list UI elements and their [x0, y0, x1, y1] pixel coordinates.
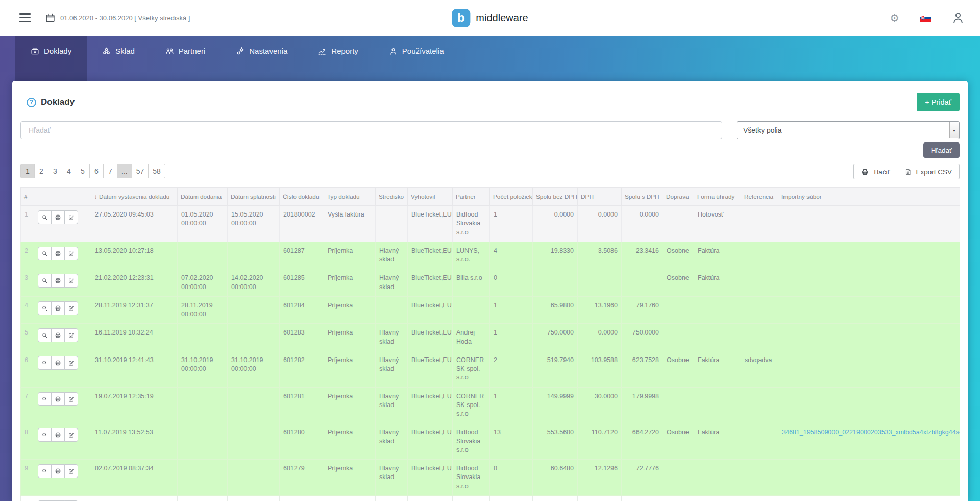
- col-vyhotovil[interactable]: Vyhotovil: [408, 188, 453, 206]
- tab-doklady[interactable]: Doklady: [15, 36, 87, 81]
- row-print-button[interactable]: [51, 274, 65, 288]
- row-print-button[interactable]: [51, 328, 65, 342]
- row-view-button[interactable]: [38, 247, 52, 260]
- cell-spolu-s-dph: 0.0000: [622, 206, 663, 242]
- pager-page-3[interactable]: 3: [48, 164, 62, 178]
- fields-select-value: Všetky polia: [743, 126, 781, 134]
- brand: b middleware: [452, 0, 528, 36]
- row-edit-button[interactable]: [64, 464, 78, 478]
- row-view-button[interactable]: [38, 392, 52, 406]
- print-icon: [55, 250, 61, 257]
- col-referencia[interactable]: Referencia: [741, 188, 778, 206]
- menu-button[interactable]: [18, 11, 32, 24]
- col-datum-splatnosti[interactable]: Dátum splatnosti: [228, 188, 280, 206]
- cell-spolu-s-dph: 72.7776: [622, 460, 663, 496]
- pager-page-1[interactable]: 1: [20, 164, 35, 178]
- cell-referencia: [741, 460, 778, 496]
- row-print-button[interactable]: [51, 210, 65, 224]
- cell-cislo-dokladu: 601279: [280, 460, 324, 496]
- fields-select[interactable]: Všetky polia ▼: [737, 121, 960, 139]
- col-dph[interactable]: DPH: [578, 188, 622, 206]
- print-button[interactable]: Tlačiť: [853, 164, 898, 179]
- row-edit-button[interactable]: [64, 274, 78, 288]
- row-edit-button[interactable]: [64, 247, 78, 260]
- table-row: 321.02.2020 12:23:3107.02.2020 00:00:001…: [21, 269, 960, 297]
- cell-doprava: [663, 460, 694, 496]
- row-edit-button[interactable]: [64, 356, 78, 370]
- search-button[interactable]: Hľadať: [923, 142, 960, 158]
- col-importny-subor[interactable]: Importný súbor: [778, 188, 960, 206]
- row-view-button[interactable]: [38, 274, 52, 288]
- col-doprava[interactable]: Doprava: [663, 188, 694, 206]
- tab-partneri[interactable]: Partneri: [150, 36, 221, 81]
- row-edit-button[interactable]: [64, 301, 78, 315]
- col-partner[interactable]: Partner: [453, 188, 490, 206]
- import-file-link[interactable]: 34681_1958509000_02219000203533_xmlbd5a4…: [782, 428, 960, 436]
- slovakia-flag-icon[interactable]: [920, 14, 931, 22]
- search-input[interactable]: [20, 121, 722, 139]
- row-view-button[interactable]: [38, 464, 52, 478]
- pager-page-5[interactable]: 5: [76, 164, 90, 178]
- cell-datum-vystavenia-dokladu: [91, 495, 178, 501]
- cell-spolu-s-dph: 664.2720: [622, 423, 663, 460]
- cell-dph: 12.1296: [578, 460, 622, 496]
- pager-page-58[interactable]: 58: [148, 164, 165, 178]
- tab-sklad[interactable]: Sklad: [87, 36, 150, 81]
- pager-page-2[interactable]: 2: [34, 164, 48, 178]
- pager-page-57[interactable]: 57: [132, 164, 149, 178]
- pager-page-7[interactable]: 7: [103, 164, 117, 178]
- edit-icon: [68, 305, 75, 312]
- view-icon: [41, 277, 48, 284]
- row-view-button[interactable]: [38, 301, 52, 315]
- row-view-button[interactable]: [38, 328, 52, 342]
- cell-datum-dodania: 31.10.2019 00:00:00: [178, 351, 228, 387]
- cell-dph: 3.5086: [578, 242, 622, 269]
- pager-page-6[interactable]: 6: [89, 164, 104, 178]
- cell-forma-uhrady: [694, 296, 741, 324]
- cell-referencia: [741, 387, 778, 423]
- col-typ-dokladu[interactable]: Typ dokladu: [324, 188, 376, 206]
- pager-page-4[interactable]: 4: [62, 164, 76, 178]
- row-view-button[interactable]: [38, 428, 52, 442]
- cell-partner: CORNER SK spol. s.r.o: [453, 387, 490, 423]
- date-range-filter[interactable]: 01.06.2020 - 30.06.2020 [ Všetky stredis…: [45, 13, 190, 23]
- col-pocet-poloziek[interactable]: Počet položiek: [490, 188, 533, 206]
- cell-stredisko: Hlavný sklad: [376, 269, 408, 297]
- tab-label: Doklady: [44, 46, 71, 55]
- row-index: 4: [21, 296, 34, 324]
- row-edit-button[interactable]: [64, 328, 78, 342]
- user-account-icon[interactable]: [951, 11, 965, 25]
- cell-spolu-s-dph: [622, 269, 663, 297]
- tab-label: Reporty: [331, 46, 358, 55]
- col-datum-dodania[interactable]: Dátum dodania: [178, 188, 228, 206]
- add-button[interactable]: + Pridať: [917, 93, 960, 111]
- tab-pouzivatelia[interactable]: Používatelia: [374, 36, 459, 81]
- print-icon: [55, 432, 61, 438]
- cell-spolu-s-dph: 179.9998: [622, 387, 663, 423]
- tab-reporty[interactable]: Reporty: [303, 36, 374, 81]
- col-datum-vystavenia-dokladu[interactable]: ↓Dátum vystavenia dokladu: [91, 188, 178, 206]
- row-view-button[interactable]: [38, 210, 52, 224]
- col-stredisko[interactable]: Stredisko: [376, 188, 408, 206]
- cell-stredisko: [376, 495, 408, 501]
- partners-icon: [165, 47, 174, 56]
- row-print-button[interactable]: [51, 428, 65, 442]
- row-edit-button[interactable]: [64, 392, 78, 406]
- cell-vyhotovil: BlueTicket,EU: [408, 206, 453, 242]
- row-edit-button[interactable]: [64, 428, 78, 442]
- row-print-button[interactable]: [51, 392, 65, 406]
- settings-gear-icon[interactable]: ⚙: [890, 13, 899, 23]
- help-icon[interactable]: ?: [27, 98, 36, 107]
- col-spolu-bez-dph[interactable]: Spolu bez DPH: [533, 188, 578, 206]
- tab-nastavenia[interactable]: Nastavenia: [220, 36, 303, 81]
- row-print-button[interactable]: [51, 247, 65, 260]
- col-forma-uhrady[interactable]: Forma úhrady: [694, 188, 741, 206]
- export-csv-button[interactable]: Export CSV: [897, 164, 960, 179]
- col-cislo-dokladu[interactable]: Číslo dokladu: [280, 188, 324, 206]
- row-print-button[interactable]: [51, 464, 65, 478]
- row-print-button[interactable]: [51, 356, 65, 370]
- row-view-button[interactable]: [38, 356, 52, 370]
- row-edit-button[interactable]: [64, 210, 78, 224]
- row-print-button[interactable]: [51, 301, 65, 315]
- col-spolu-s-dph[interactable]: Spolu s DPH: [622, 188, 663, 206]
